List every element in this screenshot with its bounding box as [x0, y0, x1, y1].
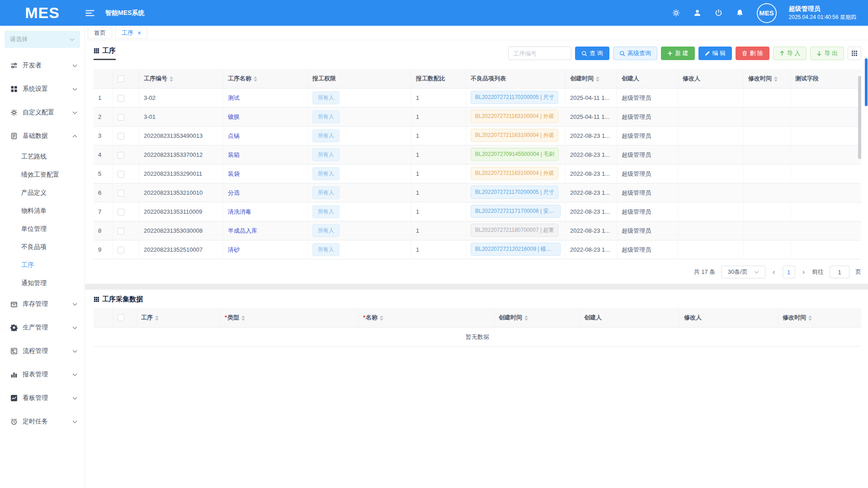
row-checkbox[interactable] — [118, 114, 124, 121]
table-row[interactable]: 8202208231353030008半成品入库所有人1BL2022072721… — [94, 221, 861, 240]
column-header[interactable]: 创建时间 — [494, 308, 580, 328]
defect-badge[interactable]: BL2022072721163100004 | 外观 — [471, 167, 558, 180]
column-header[interactable]: 工序名称 — [223, 69, 308, 89]
toolbar-button-0[interactable]: 查 询 — [575, 47, 609, 60]
sidebar-item-4[interactable]: 库存管理 — [0, 292, 85, 316]
row-checkbox[interactable] — [118, 171, 124, 178]
column-header[interactable]: 创建时间 — [566, 69, 617, 89]
process-name-link[interactable]: 装袋 — [228, 170, 240, 177]
sidebar-item-3[interactable]: 基础数据 — [0, 124, 85, 148]
defect-badge[interactable]: BL202207272120216009 | 模具不良 — [471, 243, 561, 256]
sidebar-subitem-3-6[interactable]: 工序 — [0, 256, 85, 274]
avatar[interactable]: MES — [757, 3, 777, 23]
defect-badge[interactable]: BL2022072721163100004 | 外观 — [471, 110, 558, 123]
prev-page-button[interactable]: ‹ — [771, 268, 776, 276]
sort-icon[interactable] — [155, 315, 159, 321]
sort-icon[interactable] — [170, 76, 173, 82]
sidebar-subitem-3-5[interactable]: 不良品项 — [0, 238, 85, 256]
sidebar-subitem-3-3[interactable]: 物料清单 — [0, 202, 85, 220]
table-row[interactable]: 4202208231353370012装箱所有人1BL2022072709145… — [94, 145, 861, 164]
power-icon[interactable] — [714, 9, 723, 18]
sort-icon[interactable] — [254, 76, 257, 82]
search-input[interactable] — [508, 47, 571, 60]
column-header[interactable]: *名称 — [359, 308, 494, 328]
sort-icon[interactable] — [380, 315, 383, 321]
process-name-link[interactable]: 半成品入库 — [228, 227, 257, 234]
tab-1[interactable]: 工序× — [115, 27, 147, 39]
table-row[interactable]: 6202208231353210010分选所有人1BL2022072721170… — [94, 183, 861, 202]
select-all-checkbox[interactable] — [118, 75, 124, 82]
toolbar-button-6[interactable]: 导 出 — [810, 47, 844, 60]
defect-badge[interactable]: BL2022072721180700007 | 超重 — [471, 224, 558, 237]
column-header[interactable]: 工序编号 — [139, 69, 223, 89]
sort-icon[interactable] — [808, 315, 812, 321]
sidebar-item-0[interactable]: 开发者 — [0, 54, 85, 77]
table-row[interactable]: 9202208231352510007清砂所有人1BL2022072721202… — [94, 240, 861, 259]
process-name-link[interactable]: 清洗消毒 — [228, 208, 251, 215]
defect-badge[interactable]: BL2022072721170200005 | 尺寸 — [471, 91, 558, 104]
menu-toggle-icon[interactable] — [85, 8, 95, 19]
table-row[interactable]: 7202208231353110009清洗消毒所有人1BL20220727211… — [94, 202, 861, 221]
sidebar-select[interactable]: 请选择 — [5, 31, 80, 48]
defect-badge[interactable]: BL2022072721163100004 | 外观 — [471, 129, 558, 142]
row-checkbox[interactable] — [118, 133, 124, 140]
sidebar-subitem-3-1[interactable]: 绩效工资配置 — [0, 166, 85, 184]
column-header[interactable]: *类型 — [220, 308, 359, 328]
process-name-link[interactable]: 镀膜 — [228, 113, 240, 120]
row-checkbox[interactable] — [118, 228, 124, 235]
table-row[interactable]: 23-01镀膜所有人1BL2022072721163100004 | 外观202… — [94, 108, 861, 127]
toolbar-button-5[interactable]: 导 入 — [773, 47, 807, 60]
tab-0[interactable]: 首页 — [88, 27, 112, 39]
sidebar-subitem-3-2[interactable]: 产品定义 — [0, 184, 85, 202]
page-scrollbar[interactable] — [865, 58, 868, 106]
next-page-button[interactable]: › — [801, 268, 806, 276]
sidebar-item-7[interactable]: 报表管理 — [0, 363, 85, 386]
row-checkbox[interactable] — [118, 247, 124, 253]
sort-icon[interactable] — [241, 315, 245, 321]
sidebar-item-1[interactable]: 系统设置 — [0, 77, 85, 101]
sort-icon[interactable] — [596, 76, 599, 82]
row-checkbox[interactable] — [118, 209, 124, 216]
defect-badge[interactable]: BL2022072721171700006 | 安装孔 — [471, 205, 561, 218]
row-checkbox[interactable] — [118, 190, 124, 197]
table-row[interactable]: 3202208231353490013点锡所有人1BL2022072721163… — [94, 127, 861, 145]
process-name-link[interactable]: 清砂 — [228, 246, 240, 253]
toolbar-button-4[interactable]: 删 除 — [736, 47, 769, 60]
toolbar-button-2[interactable]: 新 建 — [661, 47, 695, 60]
row-checkbox[interactable] — [118, 152, 124, 159]
sidebar-item-2[interactable]: 自定义配置 — [0, 101, 85, 124]
select-all-checkbox[interactable] — [118, 314, 124, 321]
sidebar-item-6[interactable]: 流程管理 — [0, 339, 85, 363]
page-size-select[interactable]: 30条/页 — [721, 266, 765, 278]
sidebar-item-8[interactable]: 看板管理 — [0, 386, 85, 410]
table-scrollbar[interactable] — [858, 76, 861, 159]
sidebar-subitem-3-0[interactable]: 工艺路线 — [0, 148, 85, 166]
defect-badge[interactable]: BL2022072709145500004 | 毛刺 — [471, 148, 559, 161]
sort-icon[interactable] — [524, 315, 528, 321]
toolbar-button-3[interactable]: 编 辑 — [698, 47, 732, 60]
sort-icon[interactable] — [774, 76, 778, 82]
sidebar-item-9[interactable]: 定时任务 — [0, 410, 85, 433]
table-row[interactable]: 13-02测试所有人1BL2022072721170200005 | 尺寸202… — [94, 89, 861, 108]
tab-close-icon[interactable]: × — [137, 30, 141, 36]
settings-gear-icon[interactable] — [672, 9, 681, 18]
bell-icon[interactable] — [736, 9, 745, 18]
process-name-link[interactable]: 分选 — [228, 189, 240, 196]
table-row[interactable]: 5202208231353290011装袋所有人1BL2022072721163… — [94, 164, 861, 183]
process-name-link[interactable]: 装箱 — [228, 151, 240, 158]
process-name-link[interactable]: 测试 — [228, 94, 240, 101]
row-checkbox[interactable] — [118, 95, 124, 102]
goto-page-input[interactable] — [830, 266, 849, 278]
column-header[interactable]: 修改时间 — [778, 308, 861, 328]
toolbar-button-1[interactable]: 高级查询 — [613, 47, 657, 60]
column-header[interactable]: 工序 — [137, 308, 220, 328]
process-name-link[interactable]: 点锡 — [228, 132, 240, 139]
sidebar-subitem-3-4[interactable]: 单位管理 — [0, 220, 85, 238]
user-icon[interactable] — [693, 9, 702, 18]
column-settings-button[interactable] — [848, 47, 861, 60]
column-header[interactable]: 修改时间 — [744, 69, 791, 89]
defect-badge[interactable]: BL2022072721170200005 | 尺寸 — [471, 186, 558, 199]
sidebar-item-5[interactable]: 生产管理 — [0, 316, 85, 339]
page-number[interactable]: 1 — [783, 266, 795, 278]
sidebar-subitem-3-7[interactable]: 通知管理 — [0, 274, 85, 292]
